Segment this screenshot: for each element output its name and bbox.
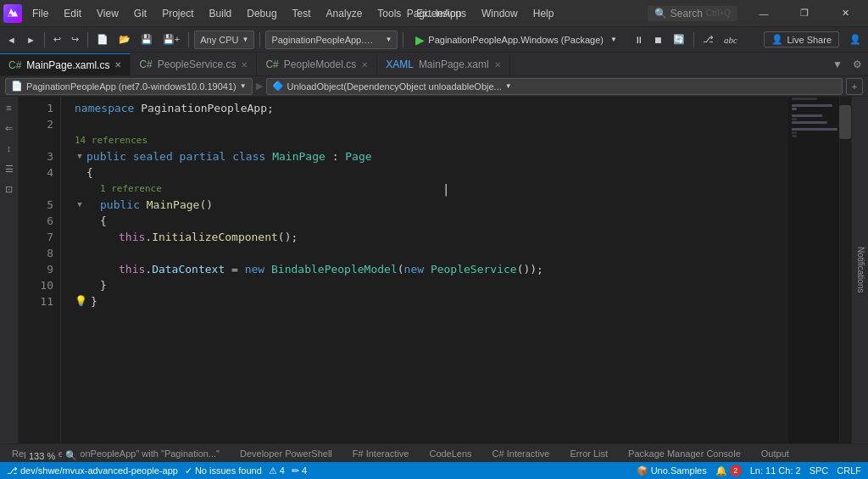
encoding-status[interactable]: CRLF (837, 465, 861, 476)
line-num-11: 11 (19, 293, 53, 309)
code-line-8 (75, 245, 788, 261)
git-branch-status[interactable]: ⎇ dev/shwe/mvux-advanced-people-app (7, 465, 178, 476)
lightbulb-icon[interactable]: 💡 (75, 293, 87, 309)
maximize-button[interactable]: ❐ (785, 0, 824, 27)
new-file-button[interactable]: 📄 (93, 31, 112, 49)
member-dropdown[interactable]: 🔷 UnloadObject(DependencyObject unloadab… (266, 78, 843, 95)
toolbox-icon[interactable]: ↕ (2, 141, 17, 156)
menu-file[interactable]: File (25, 6, 55, 21)
menu-help[interactable]: Help (526, 6, 561, 21)
menu-build[interactable]: Build (203, 6, 239, 21)
run-dropdown-arrow: ▼ (610, 36, 617, 43)
bottom-tab-errorlist-label: Error List (570, 448, 608, 459)
run-button[interactable]: ▶ PaginationPeopleApp.Windows (Package) … (409, 31, 624, 48)
no-issues-status[interactable]: ✓ No issues found (185, 465, 262, 476)
menu-edit[interactable]: Edit (57, 6, 88, 21)
stop-btn[interactable]: ⏹ (650, 31, 666, 49)
line-col-status[interactable]: Ln: 11 Ch: 2 (750, 465, 801, 476)
bottom-tab-fsharp[interactable]: F# Interactive (346, 444, 416, 463)
redo-button[interactable]: ↪ (68, 31, 82, 49)
undo-button[interactable]: ↩ (50, 31, 64, 49)
menu-git[interactable]: Git (127, 6, 153, 21)
zoom-level[interactable]: 133 % (25, 450, 58, 462)
zoom-icon[interactable]: 🔍 (62, 449, 81, 462)
test-explorer-icon[interactable]: ⊡ (2, 181, 17, 197)
bottom-tab-devpowershell[interactable]: Developer PowerShell (233, 444, 339, 463)
tab-close-0[interactable]: ✕ (114, 60, 121, 70)
menu-analyze[interactable]: Analyze (320, 6, 370, 21)
errors-status[interactable]: ⚠ 4 (269, 465, 285, 476)
add-watch-button[interactable]: + (846, 78, 863, 95)
tab-mainpage-xaml-cs[interactable]: C# MainPage.xaml.cs ✕ (0, 53, 131, 75)
solution-explorer-panel-item[interactable]: Solution Explorer (851, 232, 854, 307)
editor-settings-button[interactable]: ⚙ (846, 53, 868, 75)
vertical-scrollbar[interactable] (839, 97, 851, 443)
debug-toolbar-btn[interactable]: ⏸ (631, 31, 647, 49)
navigate-back-icon[interactable]: ⇐ (2, 120, 17, 136)
menu-debug[interactable]: Debug (240, 6, 283, 21)
title-search-box[interactable]: 🔍 Search Ctrl+Q (648, 6, 737, 21)
pencil-icon-status[interactable]: ✏ 4 (292, 465, 307, 476)
forward-button[interactable]: ► (23, 31, 39, 49)
line-num-2: 2 (19, 116, 53, 132)
project-status[interactable]: 📦 Uno.Samples (637, 465, 707, 476)
tab-mainpage-xaml[interactable]: XAML MainPage.xaml ✕ (377, 53, 509, 75)
minimize-button[interactable]: — (744, 0, 783, 27)
spaces-status[interactable]: SPC (810, 465, 829, 476)
app-title: Pagi...leApp (407, 8, 462, 19)
restart-btn[interactable]: 🔄 (670, 31, 688, 49)
title-bar: File Edit View Git Project Build Debug T… (0, 0, 868, 27)
menu-test[interactable]: Test (286, 6, 318, 21)
bottom-tab-output[interactable]: Output (754, 444, 796, 463)
left-gutter-sidebar: ≡ ⇐ ↕ ☰ ⊡ (0, 97, 19, 443)
code-editor[interactable]: namespace PaginationPeopleApp; 14 refere… (61, 97, 788, 443)
minimap-line-8 (792, 121, 827, 124)
bottom-tab-codelens[interactable]: CodeLens (422, 444, 478, 463)
project-dropdown[interactable]: PaginationPeopleApp.Win... ▼ (265, 31, 398, 49)
tabs-overflow-button[interactable]: ▼ (829, 53, 846, 75)
cpu-dropdown[interactable]: Any CPU ▼ (194, 31, 254, 49)
tab-close-3[interactable]: ✕ (494, 60, 501, 70)
tab-icon-cs-2: C# (265, 58, 278, 70)
notification-bell-status[interactable]: 🔔 2 (715, 465, 742, 476)
close-button[interactable]: ✕ (826, 0, 865, 27)
bottom-tab-errorlist[interactable]: Error List (563, 444, 615, 463)
open-file-button[interactable]: 📂 (115, 31, 134, 49)
line-num-1: 1 (19, 100, 53, 116)
project-path-dropdown[interactable]: 📄 PaginationPeopleApp (net7.0-windows10.… (5, 78, 253, 95)
notifications-panel-item[interactable]: Notifications (854, 242, 868, 298)
menu-window[interactable]: Window (475, 6, 525, 21)
error-icon: ⚠ (269, 465, 277, 476)
tab-icon-cs-1: C# (139, 58, 152, 70)
zoom-container: 133 % 🔍 (25, 449, 81, 462)
server-explorer-icon[interactable]: ☰ (2, 161, 17, 176)
bottom-tab-pkgmanager[interactable]: Package Manager Console (621, 444, 748, 463)
abc-btn[interactable]: abc (721, 31, 741, 49)
menu-tools[interactable]: Tools (370, 6, 408, 21)
collapse-btn-3[interactable]: ▼ (75, 152, 85, 162)
tab-close-1[interactable]: ✕ (241, 60, 248, 70)
code-line-7: this.InitializeComponent(); (75, 229, 788, 245)
save-all-button[interactable]: 💾+ (159, 31, 183, 49)
collapse-btn-5[interactable]: ▼ (75, 200, 85, 210)
tab-peopleservice[interactable]: C# PeopleService.cs ✕ (131, 53, 257, 75)
back-button[interactable]: ◄ (3, 31, 19, 49)
git-btn[interactable]: ⎇ (699, 31, 717, 49)
save-button[interactable]: 💾 (137, 31, 156, 49)
bottom-tab-csinteractive[interactable]: C# Interactive (486, 444, 557, 463)
scrollbar-thumb[interactable] (839, 105, 851, 139)
tab-close-2[interactable]: ✕ (361, 60, 368, 70)
minimap-line-7 (792, 118, 797, 120)
status-bar: ⎇ dev/shwe/mvux-advanced-people-app ✓ No… (0, 462, 868, 479)
menu-view[interactable]: View (90, 6, 125, 21)
live-share-label: Live Share (787, 35, 832, 45)
search-icon: 🔍 (654, 8, 667, 19)
live-share-button[interactable]: 👤 Live Share (764, 31, 839, 47)
user-account-btn[interactable]: 👤 (846, 31, 865, 49)
line-num-4: 4 (19, 164, 53, 181)
svg-point-0 (8, 14, 12, 17)
errors-count: 4 (280, 465, 285, 476)
syntax-visualizer-icon[interactable]: ≡ (2, 100, 17, 115)
menu-project[interactable]: Project (155, 6, 200, 21)
tab-peoplemodel[interactable]: C# PeopleModel.cs ✕ (257, 53, 377, 75)
